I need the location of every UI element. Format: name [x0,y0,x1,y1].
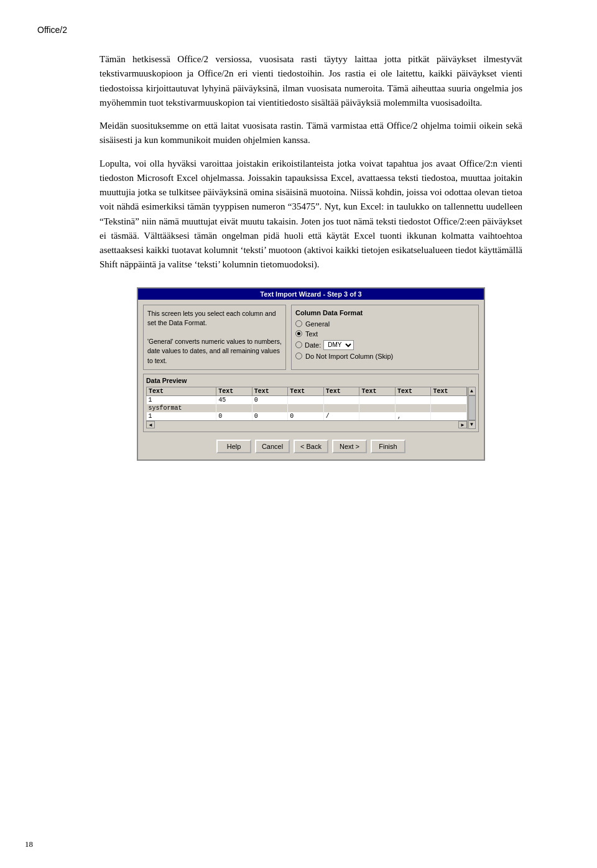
radio-date[interactable]: Date: DMY [295,340,474,350]
dialog-body: This screen lets you select each column … [138,300,484,459]
col-header-6: Text [395,387,431,395]
data-preview-section: Data Preview Text Text Text [143,374,479,432]
col-header-2: Text [252,387,288,395]
cell-0-5 [359,395,396,404]
paragraph-2: Meidän suosituksemme on että laitat vuos… [100,119,522,148]
cell-1-0: sysformat [147,404,216,412]
preview-scroll-area: Text Text Text Text Text Text Text Text [146,387,476,429]
scroll-track-h [155,421,458,428]
preview-scroll-content: Text Text Text Text Text Text Text Text [146,387,467,429]
scrollbar-vertical[interactable]: ▲ ▼ [467,387,476,429]
cell-2-1: 0 [216,412,252,420]
preview-table: Text Text Text Text Text Text Text Text [146,387,467,420]
paragraph-3: Lopulta, voi olla hyväksi varoittaa jois… [100,157,522,272]
radio-text-circle [295,330,302,337]
header-title: Office/2 [37,25,560,35]
radio-text-label: Text [305,330,318,338]
cell-1-2 [252,404,288,412]
radio-skip-label: Do Not Import Column (Skip) [305,353,393,360]
text-import-dialog: Text Import Wizard - Step 3 of 3 This sc… [137,287,485,461]
main-content: Tämän hetkisessä Office/2 versiossa, vuo… [100,52,522,461]
cell-2-4: / [323,412,359,420]
dialog-wrapper: Text Import Wizard - Step 3 of 3 This sc… [100,287,522,461]
scroll-right-btn[interactable]: ► [458,421,467,428]
cell-0-1: 45 [216,395,252,404]
radio-text[interactable]: Text [295,330,474,338]
cell-0-0: 1 [147,395,216,404]
date-format-select[interactable]: DMY [323,340,354,350]
cell-0-3 [288,395,324,404]
col-header-7: Text [431,387,467,395]
scroll-down-btn[interactable]: ▼ [468,420,476,429]
page-number: 18 [25,839,33,849]
column-format-panel: Column Data Format General Text [291,305,479,370]
scroll-up-btn[interactable]: ▲ [468,387,476,395]
next-button[interactable]: Next > [332,440,367,453]
radio-skip-circle [295,353,302,359]
page: Office/2 Tämän hetkisessä Office/2 versi… [0,0,597,868]
cell-2-0: 1 [147,412,216,420]
cancel-button[interactable]: Cancel [255,440,290,453]
col-header-4: Text [323,387,359,395]
col-header-1: Text [216,387,252,395]
cell-0-4 [323,395,359,404]
scrollbar-horizontal[interactable]: ◄ ► [146,420,467,429]
desc-line-3: 'General' converts numeric values to num… [147,337,282,366]
col-header-0: Text [147,387,216,395]
scroll-thumb-v[interactable] [468,395,476,420]
radio-date-circle [295,341,302,348]
cell-2-2: 0 [252,412,288,420]
radio-general[interactable]: General [295,320,474,328]
cell-1-7 [431,404,467,412]
cell-2-7 [431,412,467,420]
help-button[interactable]: Help [216,440,251,453]
cell-2-6: , [395,412,431,420]
radio-general-circle [295,320,302,327]
dialog-titlebar: Text Import Wizard - Step 3 of 3 [138,289,484,300]
cell-2-5 [359,412,396,420]
col-header-3: Text [288,387,324,395]
col-header-5: Text [359,387,396,395]
cell-1-1 [216,404,252,412]
table-row: 1 45 0 [147,395,467,404]
radio-skip[interactable]: Do Not Import Column (Skip) [295,353,474,360]
finish-button[interactable]: Finish [371,440,405,453]
back-button[interactable]: < Back [294,440,328,453]
table-row: sysformat [147,404,467,412]
cell-0-7 [431,395,467,404]
cell-2-3: 0 [288,412,324,420]
dialog-buttons: Help Cancel < Back Next > Finish [143,436,479,455]
paragraph-1: Tämän hetkisessä Office/2 versiossa, vuo… [100,52,522,110]
cell-1-6 [395,404,431,412]
column-format-title: Column Data Format [295,309,474,316]
table-row: 1 0 0 0 / , [147,412,467,420]
radio-date-label: Date: [305,341,321,349]
col-header-row: Text Text Text Text Text Text Text Text [147,387,467,395]
cell-1-3 [288,404,324,412]
data-preview-label: Data Preview [146,377,476,384]
radio-general-label: General [305,320,330,328]
desc-line-1: This screen lets you select each column … [147,309,282,328]
scroll-left-btn[interactable]: ◄ [146,421,155,428]
dialog-description: This screen lets you select each column … [143,305,286,370]
dialog-top-row: This screen lets you select each column … [143,305,479,370]
cell-1-4 [323,404,359,412]
cell-1-5 [359,404,396,412]
cell-0-6 [395,395,431,404]
cell-0-2: 0 [252,395,288,404]
